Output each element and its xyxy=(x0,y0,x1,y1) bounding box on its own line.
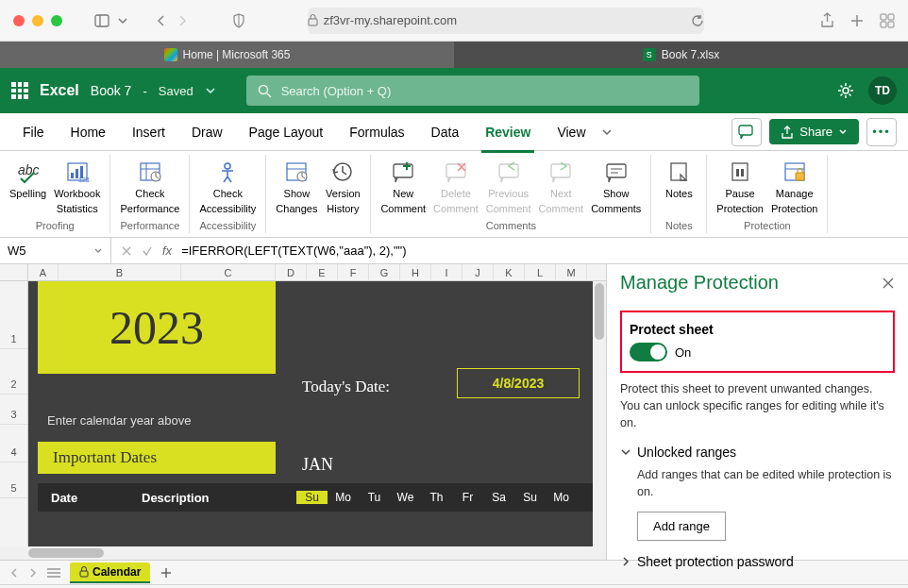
col-header-M[interactable]: M xyxy=(556,264,587,280)
col-header-D[interactable]: D xyxy=(276,264,307,280)
ribbon-new-comment[interactable]: NewComment xyxy=(377,155,429,220)
share-button[interactable]: Share xyxy=(769,119,859,144)
unlocked-ranges-header[interactable]: Unlocked ranges xyxy=(620,445,895,460)
formula-input[interactable]: =IFERROR(LEFT(TEXT(W6,"aaa"), 2),"") xyxy=(181,244,406,258)
browser-tab-book7[interactable]: S Book 7.xlsx xyxy=(454,42,908,68)
tab-insert[interactable]: Insert xyxy=(121,119,177,145)
tab-formulas[interactable]: Formulas xyxy=(338,119,415,145)
enter-icon[interactable] xyxy=(142,245,153,257)
share-icon xyxy=(781,126,794,139)
add-sheet-icon[interactable] xyxy=(160,566,173,580)
add-range-button[interactable]: Add range xyxy=(637,512,726,541)
forward-icon[interactable] xyxy=(176,14,189,27)
chevron-down-icon[interactable] xyxy=(205,85,216,96)
chevron-right-icon[interactable] xyxy=(28,568,38,578)
upload-share-icon[interactable] xyxy=(820,12,834,29)
day-header: Th xyxy=(421,491,452,504)
excel-title-bar: Excel Book 7 - Saved Search (Option + Q)… xyxy=(0,68,908,113)
row-headers: 12345 xyxy=(0,281,28,546)
ribbon-delete-comment[interactable]: DeleteComment xyxy=(429,155,482,220)
ribbon-spelling[interactable]: abcSpelling xyxy=(6,155,50,220)
col-header-E[interactable]: E xyxy=(307,264,338,280)
document-name[interactable]: Book 7 xyxy=(91,83,132,98)
sidebar-icon[interactable] xyxy=(94,13,109,28)
close-icon[interactable] xyxy=(882,277,895,290)
tab-view[interactable]: View xyxy=(546,119,597,145)
col-header-I[interactable]: I xyxy=(431,264,462,280)
year-cell[interactable]: 2023 xyxy=(38,281,276,374)
avatar[interactable]: TD xyxy=(868,76,897,105)
minimize-window-icon[interactable] xyxy=(32,15,43,26)
maximize-window-icon[interactable] xyxy=(51,15,62,26)
protection-description: Protect this sheet to prevent unwanted c… xyxy=(607,380,908,431)
ribbon-show-comments[interactable]: ShowComments xyxy=(587,155,645,220)
ribbon-workbook-statistics[interactable]: 123WorkbookStatistics xyxy=(50,155,104,220)
row-header-1[interactable]: 1 xyxy=(0,281,27,349)
row-header-3[interactable]: 3 xyxy=(0,395,27,425)
chevron-left-icon[interactable] xyxy=(9,568,19,578)
svg-rect-7 xyxy=(888,22,894,27)
ribbon-show-changes[interactable]: ShowChanges xyxy=(272,155,321,233)
row-header-4[interactable]: 4 xyxy=(0,425,27,462)
cancel-icon[interactable] xyxy=(121,245,132,257)
protect-sheet-label: Protect sheet xyxy=(630,322,885,337)
sheet-tab-calendar[interactable]: Calendar xyxy=(70,563,150,583)
ribbon-manage-protection[interactable]: ManageProtection xyxy=(767,155,822,220)
tab-review[interactable]: Review xyxy=(474,119,542,145)
horizontal-scrollbar[interactable] xyxy=(0,546,606,560)
col-header-C[interactable]: C xyxy=(181,264,276,280)
col-header-B[interactable]: B xyxy=(59,264,181,280)
col-header-K[interactable]: K xyxy=(494,264,525,280)
svg-rect-5 xyxy=(888,14,894,20)
more-button[interactable]: ••• xyxy=(866,118,897,146)
tab-draw[interactable]: Draw xyxy=(180,119,234,145)
tab-data[interactable]: Data xyxy=(420,119,471,145)
sheet-password-header[interactable]: Sheet protection password xyxy=(620,554,895,569)
all-sheets-icon[interactable] xyxy=(47,567,60,579)
col-header-J[interactable]: J xyxy=(462,264,494,280)
ribbon-version-history[interactable]: VersionHistory xyxy=(321,155,364,233)
ribbon-check-accessibility[interactable]: CheckAccessibility xyxy=(195,155,260,220)
reload-icon[interactable] xyxy=(691,14,704,27)
tab-file[interactable]: File xyxy=(11,119,56,145)
select-all-corner[interactable] xyxy=(0,264,28,280)
ribbon-next-comment[interactable]: NextComment xyxy=(534,155,587,220)
search-icon xyxy=(258,84,272,98)
col-header-G[interactable]: G xyxy=(369,264,400,280)
gear-icon[interactable] xyxy=(836,81,855,100)
comments-button[interactable] xyxy=(731,118,762,146)
vertical-scrollbar[interactable] xyxy=(593,281,606,546)
browser-tab-home[interactable]: Home | Microsoft 365 xyxy=(0,42,454,68)
new-tab-icon[interactable] xyxy=(849,13,865,28)
name-box[interactable]: W5 xyxy=(0,238,111,263)
ribbon-notes[interactable]: Notes xyxy=(657,155,700,220)
ribbon-pause-protection[interactable]: PauseProtection xyxy=(713,155,767,220)
address-bar[interactable]: zf3vr-my.sharepoint.com xyxy=(308,8,704,34)
chevron-down-icon[interactable] xyxy=(117,15,128,26)
col-header-L[interactable]: L xyxy=(525,264,556,280)
col-header-F[interactable]: F xyxy=(338,264,369,280)
fx-icon[interactable]: fx xyxy=(162,244,172,258)
shield-icon[interactable] xyxy=(232,13,245,28)
back-icon[interactable] xyxy=(155,14,168,27)
tab-page-layout[interactable]: Page Layout xyxy=(238,119,335,145)
ribbon-check-performance[interactable]: CheckPerformance xyxy=(116,155,183,220)
lock-icon xyxy=(79,566,89,578)
col-header-A[interactable]: A xyxy=(28,264,59,280)
search-input[interactable]: Search (Option + Q) xyxy=(246,76,699,106)
cell-grid[interactable]: 2023 Today's Date: 4/8/2023 Enter calend… xyxy=(28,281,606,546)
protect-sheet-toggle[interactable] xyxy=(630,343,667,361)
row-header-2[interactable]: 2 xyxy=(0,349,27,395)
svg-rect-36 xyxy=(736,169,739,176)
tabs-icon[interactable] xyxy=(880,13,895,28)
app-launcher-icon[interactable] xyxy=(11,82,28,99)
url-text: zf3vr-my.sharepoint.com xyxy=(324,13,457,27)
close-window-icon[interactable] xyxy=(13,15,25,26)
today-date-cell[interactable]: 4/8/2023 xyxy=(457,368,580,398)
tab-home[interactable]: Home xyxy=(59,119,117,145)
description-column-header: Description xyxy=(142,491,283,505)
ribbon-previous-comment[interactable]: PreviousComment xyxy=(482,155,535,220)
row-header-5[interactable]: 5 xyxy=(0,462,27,498)
chevron-down-icon[interactable] xyxy=(601,126,613,138)
col-header-H[interactable]: H xyxy=(400,264,431,280)
